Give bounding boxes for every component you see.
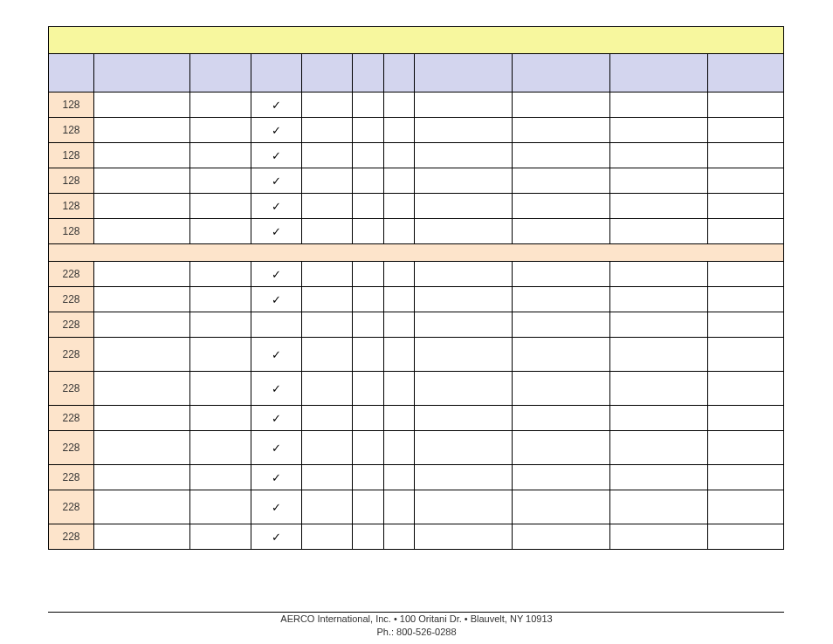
empty-cell — [189, 287, 251, 312]
empty-cell — [352, 431, 383, 465]
check-icon: ✓ — [272, 149, 281, 162]
empty-cell — [383, 372, 415, 406]
check-cell: ✓ — [251, 338, 301, 372]
table-row: 128✓ — [49, 92, 784, 118]
empty-cell — [93, 118, 189, 143]
empty-cell — [513, 168, 610, 194]
table-row: 228✓ — [49, 465, 784, 490]
empty-cell — [189, 219, 251, 244]
check-cell: ✓ — [251, 465, 301, 490]
empty-cell — [513, 262, 610, 287]
empty-cell — [189, 118, 251, 143]
empty-cell — [352, 118, 383, 143]
empty-cell — [708, 431, 784, 465]
row-id-cell: 228 — [49, 490, 94, 524]
empty-cell — [383, 168, 415, 194]
empty-cell — [301, 118, 352, 143]
empty-cell — [610, 406, 708, 431]
empty-cell — [415, 490, 513, 524]
empty-cell — [513, 431, 610, 465]
empty-cell — [610, 490, 708, 524]
table-row: 228✓ — [49, 262, 784, 287]
footer-address: AERCO International, Inc. • 100 Oritani … — [0, 613, 833, 626]
empty-cell — [610, 143, 708, 168]
empty-cell — [93, 338, 189, 372]
empty-cell — [189, 338, 251, 372]
empty-cell — [415, 92, 513, 118]
empty-cell — [301, 490, 352, 524]
empty-cell — [189, 312, 251, 338]
empty-cell — [301, 465, 352, 490]
empty-cell — [513, 312, 610, 338]
empty-cell — [189, 431, 251, 465]
empty-cell — [415, 406, 513, 431]
empty-cell — [301, 219, 352, 244]
check-cell: ✓ — [251, 524, 301, 550]
empty-cell — [708, 490, 784, 524]
empty-cell — [383, 406, 415, 431]
empty-cell — [513, 372, 610, 406]
empty-cell — [610, 372, 708, 406]
empty-cell — [415, 312, 513, 338]
empty-cell — [352, 372, 383, 406]
table-row: 128✓ — [49, 143, 784, 168]
empty-cell — [415, 194, 513, 219]
empty-cell — [610, 431, 708, 465]
empty-cell — [383, 490, 415, 524]
check-cell: ✓ — [251, 262, 301, 287]
empty-cell — [352, 194, 383, 219]
check-cell: ✓ — [251, 168, 301, 194]
empty-cell — [513, 194, 610, 219]
empty-cell — [383, 262, 415, 287]
empty-cell — [383, 287, 415, 312]
check-icon: ✓ — [272, 348, 281, 361]
empty-cell — [301, 287, 352, 312]
header-row — [49, 54, 784, 92]
empty-cell — [301, 312, 352, 338]
check-icon: ✓ — [272, 442, 281, 455]
empty-cell — [610, 118, 708, 143]
empty-cell — [301, 194, 352, 219]
check-icon: ✓ — [272, 175, 281, 188]
check-icon: ✓ — [272, 531, 281, 544]
empty-cell — [513, 490, 610, 524]
empty-cell — [415, 118, 513, 143]
empty-cell — [189, 490, 251, 524]
empty-cell — [708, 168, 784, 194]
row-id-cell: 228 — [49, 431, 94, 465]
empty-cell — [415, 143, 513, 168]
empty-cell — [352, 338, 383, 372]
empty-cell — [352, 406, 383, 431]
empty-cell — [415, 262, 513, 287]
empty-cell — [301, 262, 352, 287]
empty-cell — [93, 372, 189, 406]
check-cell: ✓ — [251, 118, 301, 143]
empty-cell — [513, 92, 610, 118]
title-row — [49, 27, 784, 54]
check-icon: ✓ — [272, 412, 281, 425]
empty-cell — [189, 406, 251, 431]
empty-cell — [352, 524, 383, 550]
empty-cell — [301, 406, 352, 431]
empty-cell — [93, 194, 189, 219]
empty-cell — [610, 168, 708, 194]
empty-cell — [352, 92, 383, 118]
empty-cell — [708, 406, 784, 431]
empty-cell — [708, 312, 784, 338]
check-icon: ✓ — [272, 268, 281, 281]
empty-cell — [93, 287, 189, 312]
check-cell: ✓ — [251, 194, 301, 219]
empty-cell — [415, 168, 513, 194]
check-cell: ✓ — [251, 287, 301, 312]
empty-cell — [301, 372, 352, 406]
row-id-cell: 128 — [49, 219, 94, 244]
empty-cell — [383, 143, 415, 168]
empty-cell — [708, 372, 784, 406]
empty-cell — [415, 372, 513, 406]
empty-cell — [93, 219, 189, 244]
row-id-cell: 228 — [49, 262, 94, 287]
empty-cell — [708, 118, 784, 143]
empty-cell — [383, 194, 415, 219]
check-icon: ✓ — [272, 99, 281, 112]
row-id-cell: 128 — [49, 194, 94, 219]
